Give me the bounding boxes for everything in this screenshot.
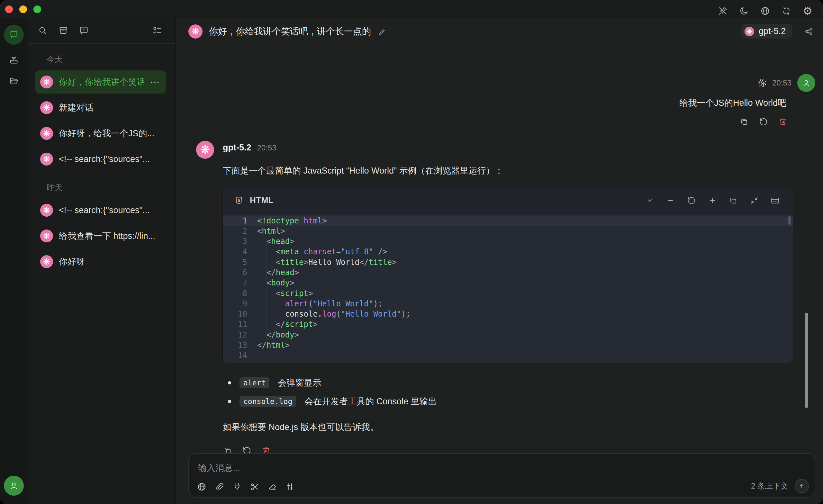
globe-icon: [197, 482, 207, 492]
chat-item-title: 你好呀: [59, 256, 160, 268]
chat-item[interactable]: ❋ <!-- search:{"sources"...: [35, 199, 166, 222]
message-settings-button[interactable]: [285, 482, 295, 492]
user-message-text: 给我一个JS的Hello World吧: [679, 97, 786, 109]
code-font-decrease-button[interactable]: [666, 196, 675, 205]
openai-logo-avatar: ❋: [40, 255, 53, 268]
reset-icon: [687, 196, 696, 205]
code-font-increase-button[interactable]: [707, 196, 717, 205]
openai-logo-avatar: ❋: [40, 101, 53, 114]
chat-item-menu-button[interactable]: ⋯: [150, 77, 160, 87]
pin-off-icon: [717, 6, 728, 16]
main-scrollbar-thumb[interactable]: [805, 313, 808, 408]
search-icon: [38, 25, 48, 36]
nav-files-button[interactable]: [4, 70, 24, 90]
browser-preview-icon: HTML: [770, 196, 780, 205]
theme-toggle-button[interactable]: [737, 4, 750, 17]
code-editor[interactable]: 1<!doctype html>2<html>3 <head>4 <meta c…: [223, 215, 793, 363]
nav-remote-button[interactable]: [4, 50, 24, 70]
assistant-message: ❋ gpt-5.2 20:53 下面是一个最简单的 JavaScript “He…: [188, 141, 815, 456]
new-chat-button[interactable]: [77, 24, 90, 37]
sync-icon: [781, 6, 792, 16]
user-profile-button[interactable]: [4, 476, 24, 496]
chat-item-title: 你好呀，给我一个JS的...: [59, 128, 160, 139]
chat-item[interactable]: ❋ 给我查看一下 https://lin...: [35, 224, 166, 247]
code-line: 3 <head>: [223, 236, 793, 246]
task-list-button[interactable]: [151, 24, 164, 37]
nav-chats-button[interactable]: [4, 25, 24, 45]
globe-icon: [760, 6, 770, 16]
assistant-intro-text: 下面是一个最简单的 JavaScript “Hello World” 示例（在浏…: [223, 164, 815, 177]
delete-message-button[interactable]: [778, 117, 788, 127]
regenerate-button[interactable]: [759, 117, 768, 127]
search-button[interactable]: [36, 24, 49, 37]
model-selector[interactable]: ❋ gpt-5.2: [742, 24, 792, 38]
code-line: 1<!doctype html>: [223, 216, 793, 226]
language-button[interactable]: [759, 4, 772, 17]
chevron-down-icon: [645, 196, 655, 205]
bullet-text: 会弹窗显示: [278, 377, 321, 389]
archive-button[interactable]: [57, 24, 70, 37]
send-message-button[interactable]: [795, 479, 809, 493]
message-scroll-area[interactable]: 你 20:53 给我一个JS的Hello World吧: [176, 45, 823, 504]
composer-toolbar: [197, 482, 295, 492]
message-composer[interactable]: 输入消息...: [188, 453, 815, 498]
code-language-label: HTML: [250, 195, 274, 205]
snippet-button[interactable]: [250, 482, 260, 492]
chat-item[interactable]: ❋ 你好，你给我讲个笑话... ⋯: [35, 70, 166, 94]
chat-item[interactable]: ❋ 你好呀，给我一个JS的...: [35, 122, 166, 145]
code-preview-button[interactable]: HTML: [770, 196, 780, 205]
code-line: 6 </head>: [223, 268, 793, 278]
close-window-button[interactable]: [5, 5, 13, 13]
pin-window-button[interactable]: [716, 4, 729, 17]
attach-file-button[interactable]: [214, 482, 224, 492]
code-collapse-toggle-button[interactable]: [645, 196, 655, 205]
remote-server-icon: [9, 55, 19, 65]
zoom-window-button[interactable]: [33, 5, 41, 13]
section-label-today: 今天: [47, 54, 175, 64]
chat-item-title: 你好，你给我讲个笑话...: [59, 76, 144, 88]
archive-box-icon: [58, 25, 68, 36]
settings-button[interactable]: ⚙: [801, 4, 814, 17]
chat-item[interactable]: ❋ 新建对话: [35, 96, 166, 119]
code-scrollbar-thumb[interactable]: [788, 216, 791, 225]
ellipsis-icon: ⋯: [150, 77, 160, 87]
sync-button[interactable]: [780, 4, 793, 17]
code-line: 11 </script>: [223, 319, 793, 329]
svg-text:5: 5: [237, 198, 240, 202]
composer-right: 2 条上下文: [751, 479, 809, 493]
bullet-dot: [228, 400, 231, 403]
chat-item-title: 给我查看一下 https://lin...: [59, 230, 160, 242]
checklist-icon: [152, 25, 162, 36]
code-copy-button[interactable]: [728, 196, 738, 205]
chat-item-title: <!-- search:{"sources"...: [59, 154, 160, 164]
list-item: alert 会弹窗显示: [223, 377, 815, 389]
plugins-button[interactable]: [232, 482, 242, 492]
chat-title: 你好，你给我讲个笑话吧，讲个长一点的: [209, 25, 371, 38]
trash-icon: [778, 117, 788, 127]
chat-item[interactable]: ❋ <!-- search:{"sources"...: [35, 148, 166, 171]
user-message-time: 20:53: [772, 78, 792, 88]
context-count-label: 2 条上下文: [751, 481, 788, 491]
clear-context-button[interactable]: [268, 482, 278, 492]
edit-title-button[interactable]: [378, 27, 387, 36]
web-search-button[interactable]: [197, 482, 207, 492]
sidebar-toolbar: [28, 18, 175, 44]
chat-header: ❋ 你好，你给我讲个笑话吧，讲个长一点的 ❋ gpt-5.2: [176, 18, 823, 45]
code-line: 14: [223, 350, 793, 361]
chat-item[interactable]: ❋ 你好呀: [35, 250, 166, 273]
code-font-reset-button[interactable]: [687, 196, 696, 205]
user-name: 你: [758, 77, 767, 89]
minus-icon: [666, 196, 675, 205]
share-icon: [804, 26, 814, 37]
plus-icon: [707, 196, 717, 205]
code-shrink-button[interactable]: [750, 196, 759, 205]
person-icon: [9, 481, 19, 491]
topbar-actions: ⚙: [716, 4, 814, 17]
copy-message-button[interactable]: [739, 117, 749, 127]
minimize-window-button[interactable]: [19, 5, 27, 13]
bullet-text: 会在开发者工具的 Console 里输出: [304, 396, 437, 407]
scissors-icon: [250, 482, 260, 492]
openai-logo-avatar: ❋: [40, 127, 53, 140]
share-button[interactable]: [804, 26, 814, 37]
composer-placeholder: 输入消息...: [198, 462, 240, 474]
